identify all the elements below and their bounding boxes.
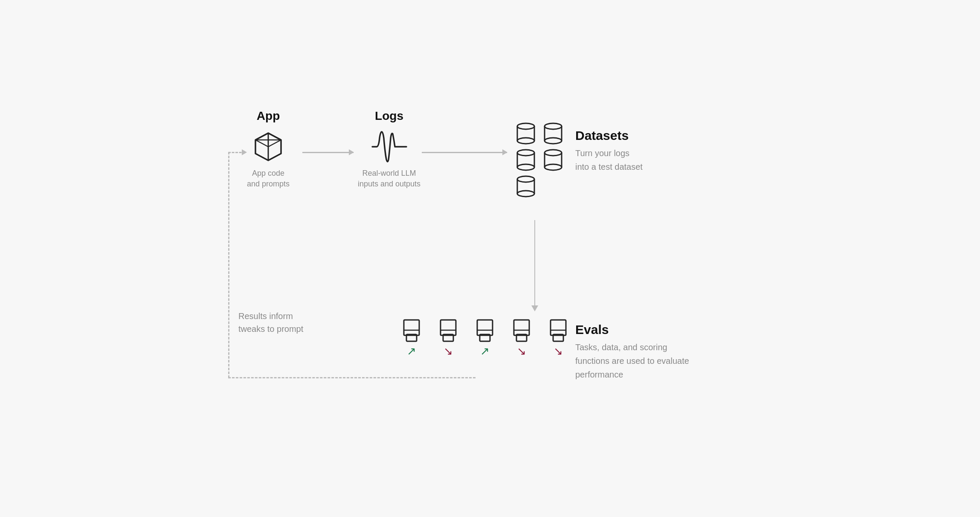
svg-line-6	[268, 140, 281, 147]
svg-rect-30	[441, 320, 456, 335]
logs-node: Logs Real-world LLM inputs and outputs	[358, 109, 420, 189]
svg-point-7	[517, 123, 534, 129]
eval-item-3: ↗	[474, 318, 496, 357]
logs-title: Logs	[358, 109, 420, 123]
beaker-icon	[437, 318, 459, 344]
svg-line-5	[255, 140, 268, 147]
svg-point-26	[517, 191, 534, 197]
svg-point-23	[517, 176, 534, 182]
datasets-title: Datasets	[575, 128, 643, 143]
svg-point-19	[545, 150, 562, 156]
logs-icon	[358, 130, 420, 164]
logs-label: Real-world LLM inputs and outputs	[358, 168, 420, 189]
app-label: App code and prompts	[247, 168, 290, 189]
diagram: Results inform tweaks to prompt App App …	[191, 67, 789, 450]
datasets-cylinders	[516, 122, 563, 198]
svg-rect-36	[514, 320, 529, 335]
cylinder-icon	[516, 175, 536, 198]
dashed-left	[228, 152, 229, 378]
evals-title: Evals	[575, 322, 695, 337]
beaker-icon	[474, 318, 496, 344]
evals-info: Evals Tasks, data, and scoring functions…	[575, 322, 695, 381]
beaker-icon	[400, 318, 423, 344]
eval-item-4: ↘	[510, 318, 533, 357]
dashed-bottom	[228, 377, 476, 378]
feedback-label: Results inform tweaks to prompt	[238, 310, 303, 335]
datasets-info: Datasets Turn your logs into a test data…	[575, 128, 643, 174]
eval-item-1: ↗	[400, 318, 423, 357]
svg-line-4	[268, 133, 281, 140]
app-icon	[247, 130, 290, 164]
app-title: App	[247, 109, 290, 123]
svg-line-3	[255, 133, 268, 140]
svg-rect-33	[477, 320, 493, 335]
svg-rect-27	[404, 320, 419, 335]
svg-point-14	[545, 138, 562, 144]
app-node: App App code and prompts	[247, 109, 290, 189]
cylinder-icon	[516, 148, 536, 171]
svg-point-22	[545, 164, 562, 170]
evals-desc: Tasks, data, and scoring functions are u…	[575, 340, 695, 381]
entry-arrowhead	[242, 149, 247, 155]
eval-item-5: ↘	[547, 318, 569, 357]
cylinder-icon	[543, 122, 563, 145]
eval-item-2: ↘	[437, 318, 459, 357]
datasets-desc: Turn your logs into a test dataset	[575, 146, 643, 174]
cylinder-icon	[516, 122, 536, 145]
svg-point-11	[545, 123, 562, 129]
arrow-app-logs	[302, 152, 354, 153]
svg-point-10	[517, 138, 534, 144]
arrow-logs-datasets	[422, 152, 507, 153]
svg-point-15	[517, 150, 534, 156]
beaker-icon	[510, 318, 533, 344]
arrow-datasets-evals	[531, 220, 538, 311]
svg-point-18	[517, 164, 534, 170]
cylinder-icon	[543, 148, 563, 171]
beaker-icon	[547, 318, 569, 344]
evals-row: ↗ ↘ ↗ ↘	[400, 318, 569, 357]
svg-rect-39	[551, 320, 566, 335]
